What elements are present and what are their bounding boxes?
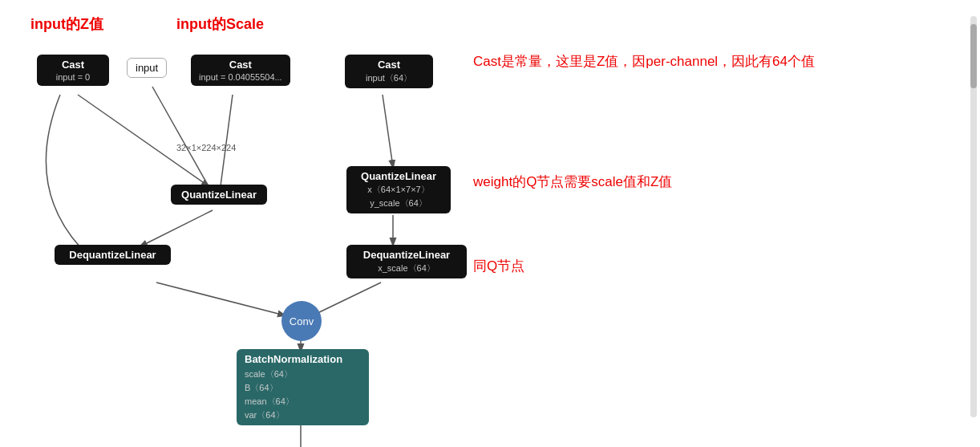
ql1-title: QuantizeLinear xyxy=(179,189,259,201)
svg-line-2 xyxy=(221,95,233,186)
svg-line-5 xyxy=(383,95,393,167)
node-quantize-linear-1: QuantizeLinear xyxy=(171,185,267,205)
bn-title: BatchNormalization xyxy=(245,353,361,365)
bn-line2: B〈64〉 xyxy=(245,382,361,394)
node-cast3: Cast input〈64〉 xyxy=(345,55,433,88)
svg-line-0 xyxy=(78,95,209,186)
annotation-input-scale: input的Scale xyxy=(176,14,264,34)
input-label: input xyxy=(136,62,158,74)
cast2-detail: input = 0.04055504... xyxy=(199,72,282,82)
dql1-title: DequantizeLinear xyxy=(63,249,163,261)
cast3-detail: input〈64〉 xyxy=(353,72,425,84)
node-dequantize-linear-1: DequantizeLinear xyxy=(55,245,171,265)
annotation-weight-q: weight的Q节点需要scale值和Z值 xyxy=(473,173,672,191)
conv-title: Conv xyxy=(290,315,314,327)
cast3-title: Cast xyxy=(353,59,425,71)
bn-line3: mean〈64〉 xyxy=(245,396,361,408)
svg-line-1 xyxy=(152,87,209,186)
cast2-title: Cast xyxy=(199,59,282,71)
node-quantize-linear-2: QuantizeLinear x〈64×1×7×7〉 y_scale〈64〉 xyxy=(346,166,451,213)
cast1-detail: input = 0 xyxy=(45,72,101,82)
bn-line1: scale〈64〉 xyxy=(245,368,361,380)
node-batch-norm: BatchNormalization scale〈64〉 B〈64〉 mean〈… xyxy=(237,349,369,425)
node-conv: Conv xyxy=(281,301,322,341)
annotation-same-q: 同Q节点 xyxy=(473,257,524,275)
svg-line-4 xyxy=(156,282,285,315)
node-dequantize-linear-2: DequantizeLinear x_scale〈64〉 xyxy=(346,245,467,278)
node-input: input xyxy=(127,58,167,78)
annotation-cast-comment: Cast是常量，这里是Z值，因per-channel，因此有64个值 xyxy=(473,52,815,71)
dql2-title: DequantizeLinear xyxy=(354,249,459,261)
bn-line4: var〈64〉 xyxy=(245,409,361,421)
cast1-title: Cast xyxy=(45,59,101,71)
node-cast1: Cast input = 0 xyxy=(37,55,109,86)
svg-line-7 xyxy=(313,282,381,315)
ql2-detail2: y_scale〈64〉 xyxy=(354,197,443,209)
annotation-input-z: input的Z值 xyxy=(30,14,103,34)
dql2-detail: x_scale〈64〉 xyxy=(354,262,459,274)
scrollbar-thumb[interactable] xyxy=(970,24,977,88)
ql2-title: QuantizeLinear xyxy=(354,170,443,182)
svg-text:32×1×224×224: 32×1×224×224 xyxy=(176,143,236,152)
ql2-detail1: x〈64×1×7×7〉 xyxy=(354,184,443,196)
svg-line-3 xyxy=(140,210,213,246)
scrollbar[interactable] xyxy=(970,16,977,417)
node-cast2: Cast input = 0.04055504... xyxy=(191,55,290,86)
